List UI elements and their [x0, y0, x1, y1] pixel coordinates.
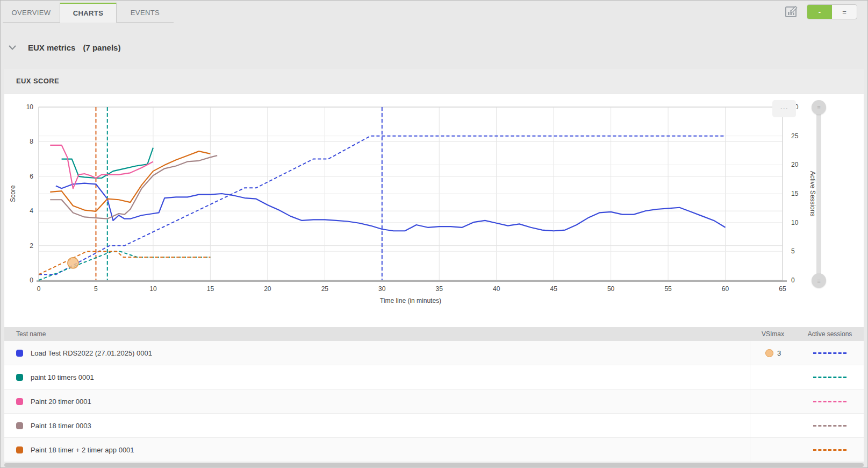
chart-more-options-button[interactable]: ⋯	[772, 100, 796, 117]
tab-overview[interactable]: OVERVIEW	[3, 3, 60, 23]
vsimax-cell	[750, 438, 796, 462]
sessions-range-slider-handle-bottom[interactable]: ≡	[812, 273, 826, 288]
density-toggle-expanded[interactable]: =	[832, 5, 857, 19]
legend-row[interactable]: Paint 18 timer 0003	[4, 414, 864, 438]
column-header-vsimax: VSImax	[750, 327, 796, 341]
tab-bar: OVERVIEW CHARTS EVENTS	[3, 3, 174, 23]
y-left-tick-label: 0	[30, 276, 33, 284]
vsimax-cell	[750, 365, 796, 389]
score-series-line	[50, 151, 210, 211]
column-header-test-name: Test name	[4, 327, 750, 341]
column-header-active-sessions: Active sessions	[796, 327, 864, 341]
toolbar: - =	[783, 4, 857, 19]
test-name-label: paint 10 timers 0001	[31, 373, 94, 381]
x-tick-label: 55	[664, 285, 672, 293]
edit-chart-icon	[784, 5, 798, 19]
x-tick-label: 30	[378, 285, 386, 293]
eux-score-panel: EUX SCORE 051015202530354045505560650246…	[4, 69, 864, 462]
series-color-swatch	[16, 350, 23, 357]
x-tick-label: 35	[436, 285, 443, 293]
active-sessions-cell	[796, 389, 864, 413]
x-tick-label: 5	[94, 285, 98, 293]
active-sessions-cell	[796, 438, 864, 462]
legend-row[interactable]: Paint 20 timer 0001	[4, 389, 864, 414]
edit-chart-button[interactable]	[783, 4, 799, 19]
series-color-swatch	[16, 398, 23, 405]
legend-row[interactable]: Load Test RDS2022 (27.01.2025) 00013	[4, 341, 864, 365]
active-sessions-cell	[796, 341, 864, 365]
session-series-line	[39, 251, 210, 280]
legend-row[interactable]: Paint 18 timer + 2 timer app 0001	[4, 438, 864, 462]
chevron-down-icon	[9, 45, 16, 50]
sessions-dash-sample	[813, 401, 847, 402]
y-left-tick-label: 2	[30, 242, 33, 250]
x-tick-label: 45	[550, 285, 557, 293]
legend-row[interactable]: paint 10 timers 0001	[4, 365, 864, 389]
score-series-line	[50, 145, 153, 189]
test-name-label: Paint 18 timer + 2 timer app 0001	[31, 446, 134, 454]
session-series-line	[39, 251, 210, 274]
vsimax-value: 3	[777, 349, 781, 357]
vsimax-cell	[750, 414, 796, 437]
collapse-section-button[interactable]	[5, 40, 19, 54]
horizontal-scrollbar[interactable]	[4, 463, 864, 467]
vsimax-marker	[68, 258, 78, 268]
score-series-line	[56, 183, 726, 231]
x-tick-label: 40	[493, 285, 500, 293]
page: { "tabs": [ { "label": "OVERVIEW" }, { "…	[0, 0, 868, 468]
y-right-tick-label: 25	[791, 132, 799, 140]
vsimax-cell	[750, 389, 796, 413]
x-tick-label: 15	[207, 285, 214, 293]
x-tick-label: 20	[264, 285, 271, 293]
y-right-axis-title: Active Sessions	[809, 171, 816, 217]
tab-events[interactable]: EVENTS	[117, 3, 174, 23]
vsimax-dot-icon	[765, 349, 773, 357]
panel-header: EUX SCORE	[4, 69, 864, 94]
section-panel-count: (7 panels)	[83, 43, 120, 52]
series-color-swatch	[16, 446, 23, 453]
y-left-axis-title: Score	[9, 185, 17, 202]
x-tick-label: 0	[37, 285, 41, 293]
eux-score-chart: 0510152025303540455055606502468100510152…	[4, 94, 864, 320]
y-left-tick-label: 4	[30, 207, 33, 215]
test-name-label: Paint 18 timer 0003	[31, 422, 91, 430]
test-name-label: Load Test RDS2022 (27.01.2025) 0001	[31, 349, 152, 357]
sessions-dash-sample	[813, 352, 847, 354]
density-toggle: - =	[807, 4, 857, 19]
y-right-tick-label: 20	[791, 161, 799, 168]
y-right-tick-label: 5	[791, 247, 795, 255]
x-tick-label: 25	[321, 285, 329, 293]
legend-table: Test name VSImax Active sessions Load Te…	[4, 327, 864, 462]
x-tick-label: 50	[607, 285, 615, 293]
x-tick-label: 10	[149, 285, 157, 293]
legend-table-header: Test name VSImax Active sessions	[4, 327, 864, 341]
vsimax-cell: 3	[750, 341, 796, 365]
y-left-tick-label: 6	[30, 173, 33, 180]
sessions-dash-sample	[813, 425, 847, 427]
sessions-range-slider-track[interactable]	[816, 107, 821, 280]
legend-rows: Load Test RDS2022 (27.01.2025) 00013pain…	[4, 341, 864, 462]
active-sessions-cell	[796, 365, 864, 389]
sessions-dash-sample	[813, 449, 847, 451]
x-tick-label: 60	[722, 285, 729, 293]
section-title: EUX metrics	[28, 43, 75, 52]
y-left-tick-label: 8	[30, 138, 33, 145]
density-toggle-compact[interactable]: -	[807, 5, 832, 19]
section-header: EUX metrics (7 panels)	[5, 39, 120, 56]
active-sessions-cell	[796, 414, 864, 437]
tab-charts[interactable]: CHARTS	[60, 3, 117, 23]
series-color-swatch	[16, 422, 23, 429]
sessions-range-slider-handle-top[interactable]: ≡	[812, 100, 826, 115]
sessions-dash-sample	[813, 377, 847, 378]
y-right-tick-label: 0	[791, 276, 795, 284]
x-axis-title: Time line (in minutes)	[380, 297, 441, 304]
x-tick-label: 65	[779, 285, 786, 293]
y-right-tick-label: 10	[791, 219, 799, 226]
y-right-tick-label: 15	[791, 190, 799, 197]
y-left-tick-label: 10	[26, 103, 34, 111]
panel-title: EUX SCORE	[16, 77, 59, 85]
series-color-swatch	[16, 374, 23, 381]
test-name-label: Paint 20 timer 0001	[31, 398, 91, 406]
